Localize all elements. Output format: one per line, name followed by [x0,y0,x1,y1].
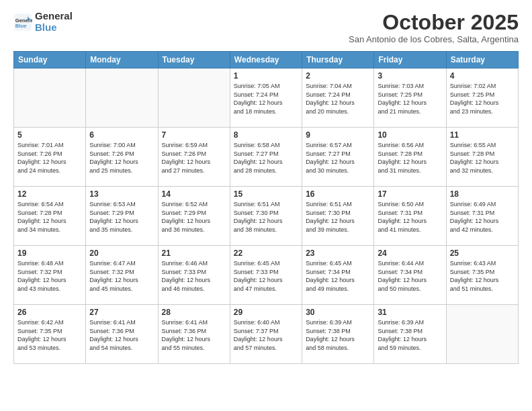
day-info: Sunrise: 6:52 AM Sunset: 7:29 PM Dayligh… [162,200,226,234]
weekday-header-tuesday: Tuesday [158,52,230,68]
calendar-cell-3-1: 20Sunrise: 6:47 AM Sunset: 7:32 PM Dayli… [86,246,158,305]
day-info: Sunrise: 6:55 AM Sunset: 7:28 PM Dayligh… [450,141,515,175]
day-number: 2 [306,71,370,81]
calendar-cell-2-4: 16Sunrise: 6:51 AM Sunset: 7:30 PM Dayli… [302,187,374,246]
day-number: 7 [162,130,226,140]
day-info: Sunrise: 6:41 AM Sunset: 7:36 PM Dayligh… [89,318,154,352]
day-info: Sunrise: 6:58 AM Sunset: 7:27 PM Dayligh… [234,141,298,175]
day-info: Sunrise: 7:00 AM Sunset: 7:26 PM Dayligh… [89,141,154,175]
day-info: Sunrise: 6:39 AM Sunset: 7:38 PM Dayligh… [378,318,442,352]
calendar-cell-1-1: 6Sunrise: 7:00 AM Sunset: 7:26 PM Daylig… [86,128,158,187]
day-number: 28 [162,308,226,317]
day-number: 30 [306,308,370,317]
day-info: Sunrise: 6:56 AM Sunset: 7:28 PM Dayligh… [378,141,442,175]
day-number: 27 [89,308,154,317]
calendar-cell-3-3: 22Sunrise: 6:45 AM Sunset: 7:33 PM Dayli… [230,246,302,305]
day-number: 6 [89,130,154,140]
weekday-header-wednesday: Wednesday [230,52,302,68]
day-info: Sunrise: 6:49 AM Sunset: 7:31 PM Dayligh… [450,200,515,234]
day-info: Sunrise: 6:41 AM Sunset: 7:36 PM Dayligh… [162,318,226,352]
calendar-cell-1-2: 7Sunrise: 6:59 AM Sunset: 7:26 PM Daylig… [158,128,230,187]
calendar-cell-1-4: 9Sunrise: 6:57 AM Sunset: 7:27 PM Daylig… [302,128,374,187]
day-info: Sunrise: 6:51 AM Sunset: 7:30 PM Dayligh… [234,200,298,234]
day-info: Sunrise: 6:54 AM Sunset: 7:28 PM Dayligh… [17,200,82,234]
day-info: Sunrise: 7:04 AM Sunset: 7:24 PM Dayligh… [306,82,370,116]
day-number: 22 [234,248,298,258]
calendar-cell-0-4: 2Sunrise: 7:04 AM Sunset: 7:24 PM Daylig… [302,68,374,128]
day-number: 11 [450,130,515,140]
calendar-cell-2-0: 12Sunrise: 6:54 AM Sunset: 7:28 PM Dayli… [14,187,86,246]
calendar-cell-4-5: 31Sunrise: 6:39 AM Sunset: 7:38 PM Dayli… [374,305,446,364]
day-info: Sunrise: 6:47 AM Sunset: 7:32 PM Dayligh… [89,259,154,293]
day-info: Sunrise: 6:45 AM Sunset: 7:33 PM Dayligh… [234,259,298,293]
day-info: Sunrise: 6:53 AM Sunset: 7:29 PM Dayligh… [89,200,154,234]
logo: General Blue GeneralBlue [13,11,73,33]
title-area: October 2025 San Antonio de los Cobres, … [349,11,519,44]
day-number: 5 [17,130,82,140]
calendar-cell-2-5: 17Sunrise: 6:50 AM Sunset: 7:31 PM Dayli… [374,187,446,246]
day-number: 9 [306,130,370,140]
calendar-cell-3-4: 23Sunrise: 6:45 AM Sunset: 7:34 PM Dayli… [302,246,374,305]
calendar-cell-4-3: 29Sunrise: 6:40 AM Sunset: 7:37 PM Dayli… [230,305,302,364]
calendar-cell-3-2: 21Sunrise: 6:46 AM Sunset: 7:33 PM Dayli… [158,246,230,305]
calendar-cell-4-6 [446,305,518,364]
calendar-cell-0-6: 4Sunrise: 7:02 AM Sunset: 7:25 PM Daylig… [446,68,518,128]
week-row-3: 19Sunrise: 6:48 AM Sunset: 7:32 PM Dayli… [14,246,519,305]
svg-text:Blue: Blue [15,23,27,29]
calendar-cell-2-2: 14Sunrise: 6:52 AM Sunset: 7:29 PM Dayli… [158,187,230,246]
weekday-header-sunday: Sunday [14,52,86,68]
day-number: 26 [17,308,82,317]
day-info: Sunrise: 7:03 AM Sunset: 7:25 PM Dayligh… [378,82,442,116]
day-number: 15 [234,189,298,199]
weekday-header-row: SundayMondayTuesdayWednesdayThursdayFrid… [14,52,519,68]
day-number: 1 [234,71,298,81]
calendar-cell-1-5: 10Sunrise: 6:56 AM Sunset: 7:28 PM Dayli… [374,128,446,187]
week-row-4: 26Sunrise: 6:42 AM Sunset: 7:35 PM Dayli… [14,305,519,364]
week-row-2: 12Sunrise: 6:54 AM Sunset: 7:28 PM Dayli… [14,187,519,246]
day-number: 8 [234,130,298,140]
day-number: 3 [378,71,442,81]
day-number: 10 [378,130,442,140]
calendar-cell-2-1: 13Sunrise: 6:53 AM Sunset: 7:29 PM Dayli… [86,187,158,246]
day-info: Sunrise: 6:46 AM Sunset: 7:33 PM Dayligh… [162,259,226,293]
day-number: 19 [17,248,82,258]
calendar-cell-2-6: 18Sunrise: 6:49 AM Sunset: 7:31 PM Dayli… [446,187,518,246]
day-info: Sunrise: 6:59 AM Sunset: 7:26 PM Dayligh… [162,141,226,175]
calendar-cell-4-4: 30Sunrise: 6:39 AM Sunset: 7:38 PM Dayli… [302,305,374,364]
month-title: October 2025 [349,11,519,34]
day-number: 16 [306,189,370,199]
calendar-cell-0-3: 1Sunrise: 7:05 AM Sunset: 7:24 PM Daylig… [230,68,302,128]
day-number: 18 [450,189,515,199]
day-number: 23 [306,248,370,258]
calendar-cell-2-3: 15Sunrise: 6:51 AM Sunset: 7:30 PM Dayli… [230,187,302,246]
day-number: 14 [162,189,226,199]
location-subtitle: San Antonio de los Cobres, Salta, Argent… [349,34,519,44]
logo-text: GeneralBlue [35,11,73,33]
day-info: Sunrise: 6:44 AM Sunset: 7:34 PM Dayligh… [378,259,442,293]
day-info: Sunrise: 6:39 AM Sunset: 7:38 PM Dayligh… [306,318,370,352]
day-info: Sunrise: 7:02 AM Sunset: 7:25 PM Dayligh… [450,82,515,116]
day-info: Sunrise: 6:48 AM Sunset: 7:32 PM Dayligh… [17,259,82,293]
day-number: 13 [89,189,154,199]
day-number: 12 [17,189,82,199]
calendar-cell-0-5: 3Sunrise: 7:03 AM Sunset: 7:25 PM Daylig… [374,68,446,128]
logo-icon: General Blue [13,13,32,32]
week-row-1: 5Sunrise: 7:01 AM Sunset: 7:26 PM Daylig… [14,128,519,187]
calendar-cell-1-6: 11Sunrise: 6:55 AM Sunset: 7:28 PM Dayli… [446,128,518,187]
calendar-cell-4-0: 26Sunrise: 6:42 AM Sunset: 7:35 PM Dayli… [14,305,86,364]
calendar-cell-1-0: 5Sunrise: 7:01 AM Sunset: 7:26 PM Daylig… [14,128,86,187]
day-info: Sunrise: 6:51 AM Sunset: 7:30 PM Dayligh… [306,200,370,234]
weekday-header-saturday: Saturday [446,52,518,68]
weekday-header-monday: Monday [86,52,158,68]
calendar-cell-3-5: 24Sunrise: 6:44 AM Sunset: 7:34 PM Dayli… [374,246,446,305]
day-info: Sunrise: 6:50 AM Sunset: 7:31 PM Dayligh… [378,200,442,234]
header: General Blue GeneralBlue October 2025 Sa… [13,11,519,44]
day-number: 21 [162,248,226,258]
calendar-cell-0-0 [14,68,86,128]
day-info: Sunrise: 6:42 AM Sunset: 7:35 PM Dayligh… [17,318,82,352]
day-info: Sunrise: 6:43 AM Sunset: 7:35 PM Dayligh… [450,259,515,293]
calendar-cell-1-3: 8Sunrise: 6:58 AM Sunset: 7:27 PM Daylig… [230,128,302,187]
day-number: 29 [234,308,298,317]
calendar-cell-3-0: 19Sunrise: 6:48 AM Sunset: 7:32 PM Dayli… [14,246,86,305]
calendar-cell-0-1 [86,68,158,128]
